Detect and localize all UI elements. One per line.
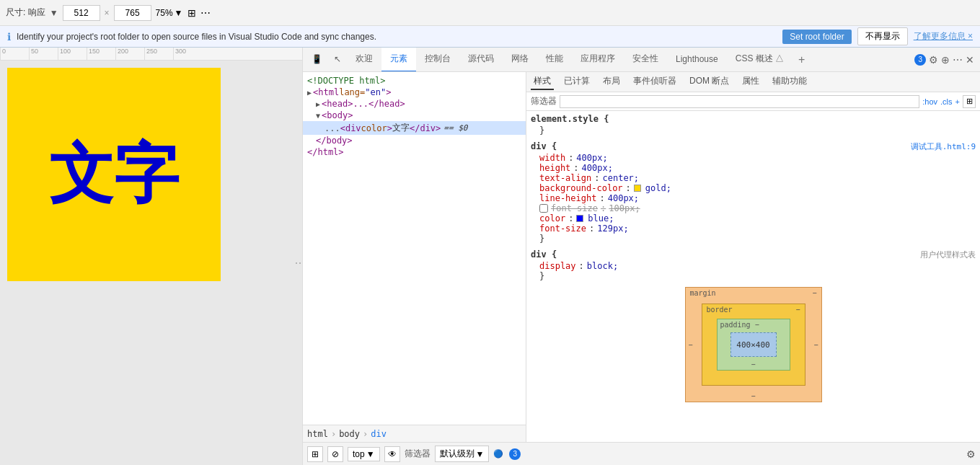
- dom-div-selected[interactable]: ... <div color > 文字 </div> == $0: [303, 121, 526, 135]
- zoom-control[interactable]: 75% ▼: [156, 8, 183, 18]
- add-tab-button[interactable]: +: [793, 53, 811, 66]
- console-level-label: 默认级别: [440, 448, 474, 460]
- devtools-more-icon[interactable]: ⋯: [953, 54, 963, 66]
- close-devtools-icon[interactable]: ✕: [966, 54, 974, 66]
- tab-css-overview[interactable]: CSS 概述 △: [727, 48, 793, 72]
- dom-body-close[interactable]: </body>: [303, 135, 526, 146]
- styles-subtabs: 样式 已计算 布局 事件侦听器 DOM 断点 属性 辅助功能: [526, 72, 980, 92]
- cls-button[interactable]: .cls: [940, 97, 953, 106]
- subtab-event-listeners[interactable]: 事件侦听器: [630, 74, 679, 90]
- ruler-tick-300: 300: [173, 48, 202, 60]
- console-settings-icon[interactable]: ⚙: [966, 448, 976, 460]
- height-input[interactable]: [114, 5, 151, 21]
- size-dropdown-icon[interactable]: ▼: [50, 8, 58, 18]
- width-input[interactable]: [63, 5, 100, 21]
- ruler-tick-100: 100: [58, 48, 87, 60]
- padding-bottom-dash: −: [751, 360, 755, 368]
- element-style-selector: element.style {: [531, 114, 976, 124]
- breadcrumb-div[interactable]: div: [371, 429, 387, 439]
- tab-sources[interactable]: 源代码: [459, 48, 503, 72]
- head-tag: <head>...</head>: [322, 99, 405, 109]
- subtab-dom-breakpoints[interactable]: DOM 断点: [687, 74, 732, 90]
- box-padding: padding − 400×400 −: [717, 319, 790, 371]
- filter-label: 筛选器: [531, 95, 557, 107]
- zoom-dropdown-icon: ▼: [175, 8, 183, 18]
- ruler-tick-250: 250: [144, 48, 173, 60]
- size-label: 尺寸: 响应: [6, 6, 45, 19]
- topbar: 尺寸: 响应 ▼ × 75% ▼ ⊞ ⋯: [0, 0, 980, 26]
- styles-filter-input[interactable]: [560, 95, 919, 108]
- div-source-1[interactable]: 调试工具.html:9: [911, 141, 976, 153]
- color-swatch[interactable]: [576, 215, 583, 222]
- tab-lighthouse[interactable]: Lighthouse: [667, 48, 727, 72]
- user-agent-label: 用户代理样式表: [920, 249, 976, 261]
- info-icon: ℹ: [7, 31, 11, 43]
- head-arrow[interactable]: ▶: [316, 100, 320, 108]
- dom-html-close[interactable]: </html>: [303, 146, 526, 158]
- styles-content: element.style { } div { 调试工具.html:9: [526, 111, 980, 442]
- prop-color: color : blue;: [539, 213, 976, 223]
- hov-button[interactable]: :hov: [922, 97, 937, 106]
- tab-sources-label: 源代码: [468, 53, 494, 65]
- doctype-text: <!DOCTYPE html>: [307, 76, 385, 86]
- tab-inspect-icon[interactable]: 📱: [306, 48, 328, 72]
- console-eye-button[interactable]: 👁: [384, 446, 400, 462]
- device-icon[interactable]: ⊕: [941, 54, 950, 66]
- bg-color-swatch[interactable]: [634, 185, 641, 192]
- tab-network[interactable]: 网络: [503, 48, 537, 72]
- settings-icon[interactable]: ⚙: [929, 54, 938, 66]
- clear-console-button[interactable]: ⊘: [327, 446, 343, 462]
- info-message: Identify your project's root folder to o…: [17, 32, 777, 42]
- tab-performance[interactable]: 性能: [537, 48, 572, 72]
- dom-head[interactable]: ▶ <head>...</head>: [303, 98, 526, 110]
- set-root-folder-button[interactable]: Set root folder: [782, 30, 851, 44]
- layout-icon[interactable]: ⊞: [187, 7, 196, 19]
- dom-html[interactable]: ▶ <html lang= "en" >: [303, 87, 526, 98]
- body-arrow[interactable]: ▼: [316, 112, 320, 120]
- dom-doctype: <!DOCTYPE html>: [303, 75, 526, 87]
- preview-element: 文字: [7, 68, 221, 281]
- tab-security[interactable]: 安全性: [624, 48, 667, 72]
- tab-welcome[interactable]: 欢迎: [347, 48, 381, 72]
- tab-cursor-icon[interactable]: ↖: [328, 48, 347, 72]
- border-dash: −: [795, 306, 800, 314]
- element-style-close: }: [539, 125, 976, 136]
- subtab-properties[interactable]: 属性: [739, 74, 762, 90]
- preview-resize-handle[interactable]: ⋮: [298, 61, 302, 465]
- subtab-computed[interactable]: 已计算: [561, 74, 593, 90]
- console-level-arrow: ▼: [476, 449, 485, 459]
- prop-line-height: line-height : 400px;: [539, 193, 976, 203]
- add-style-button[interactable]: +: [955, 97, 960, 106]
- tab-console[interactable]: 控制台: [416, 48, 459, 72]
- div-block-1-close: }: [539, 234, 976, 244]
- preview-pane: 0 50 100 150 200 250 300 文字 ⋮: [0, 48, 303, 465]
- div-style-body-2: display : block; }: [539, 261, 976, 281]
- tab-application[interactable]: 应用程序: [572, 48, 624, 72]
- dom-body-open[interactable]: ▼ <body>: [303, 110, 526, 121]
- new-style-icon[interactable]: ⊞: [963, 95, 976, 108]
- info-bar: ℹ Identify your project's root folder to…: [0, 26, 980, 48]
- dom-equals-badge: == $0: [443, 123, 467, 133]
- subtab-layout[interactable]: 布局: [600, 74, 623, 90]
- dismiss-button[interactable]: 不再显示: [857, 27, 908, 45]
- console-top-label: top: [353, 449, 365, 459]
- horizontal-ruler: 0 50 100 150 200 250 300: [0, 48, 302, 61]
- font-size-checkbox[interactable]: [539, 204, 548, 213]
- dom-dots: ...: [325, 123, 340, 133]
- console-top-dropdown[interactable]: top ▼: [348, 447, 380, 461]
- learn-more-link[interactable]: 了解更多信息 ×: [914, 30, 973, 43]
- breadcrumb-html[interactable]: html: [307, 429, 328, 439]
- tab-lighthouse-label: Lighthouse: [676, 54, 718, 64]
- more-options-icon[interactable]: ⋯: [200, 7, 211, 19]
- box-border: border − padding − 400×400: [702, 304, 805, 386]
- subtab-accessibility[interactable]: 辅助功能: [769, 74, 810, 90]
- tab-elements-label: 元素: [390, 53, 407, 65]
- resize-handle-dots: ⋮: [293, 257, 303, 269]
- breadcrumb-body[interactable]: body: [339, 429, 360, 439]
- console-level-dropdown[interactable]: 默认级别 ▼: [435, 446, 490, 462]
- element-style-body: }: [539, 125, 976, 136]
- html-arrow[interactable]: ▶: [307, 89, 312, 97]
- inspect-page-button[interactable]: ⊞: [307, 446, 323, 462]
- tab-elements[interactable]: 元素: [381, 48, 416, 72]
- subtab-styles[interactable]: 样式: [531, 74, 554, 90]
